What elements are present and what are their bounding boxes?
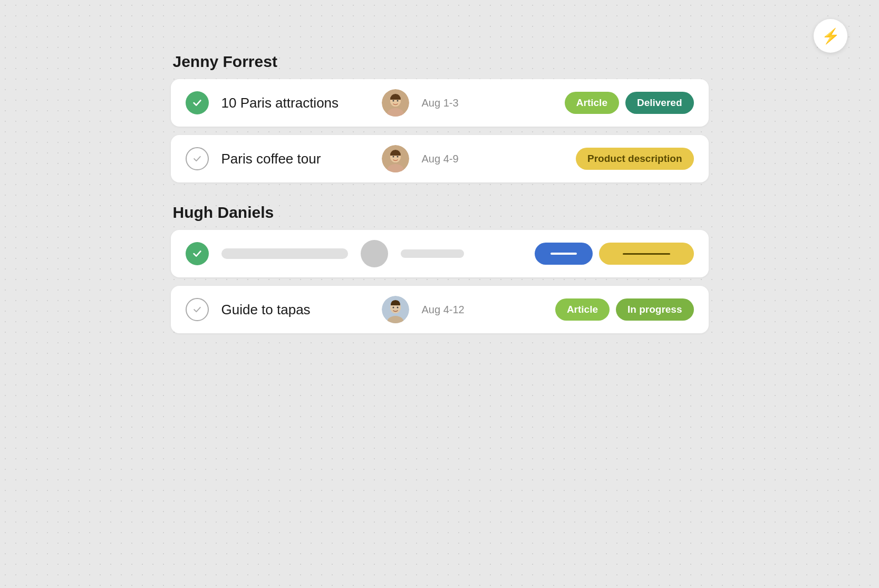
task-title-paris-coffee: Paris coffee tour bbox=[221, 151, 369, 167]
badges-hugh-placeholder bbox=[535, 243, 694, 265]
badge-article-2: Article bbox=[555, 298, 610, 321]
svg-point-16 bbox=[392, 307, 394, 309]
date-paris-attractions: Aug 1-3 bbox=[422, 97, 480, 109]
avatar-jenny-1 bbox=[382, 89, 409, 117]
badges-guide-tapas: Article In progress bbox=[555, 298, 694, 321]
task-title-guide-tapas: Guide to tapas bbox=[221, 302, 369, 318]
svg-point-4 bbox=[392, 100, 394, 102]
check-icon-filled-1 bbox=[186, 91, 209, 114]
svg-point-11 bbox=[397, 156, 398, 158]
lightning-button[interactable]: ⚡ bbox=[814, 19, 847, 53]
svg-point-17 bbox=[397, 307, 398, 309]
check-icon-filled-2 bbox=[186, 242, 209, 265]
avatar-hugh bbox=[382, 296, 409, 323]
check-icon-outline-2 bbox=[186, 298, 209, 321]
date-placeholder bbox=[401, 249, 464, 258]
badge-yellow-placeholder bbox=[599, 243, 694, 265]
svg-point-5 bbox=[397, 100, 398, 102]
task-card-guide-tapas[interactable]: Guide to tapas Aug 4-12 Article In progr… bbox=[171, 286, 709, 333]
section-title-hugh: Hugh Daniels bbox=[171, 204, 709, 221]
badge-product-desc-1: Product description bbox=[576, 148, 693, 170]
date-guide-tapas: Aug 4-12 bbox=[422, 304, 480, 316]
avatar-placeholder bbox=[361, 240, 388, 267]
section-jenny-forrest: Jenny Forrest 10 Paris attractions bbox=[171, 53, 709, 182]
main-container: Jenny Forrest 10 Paris attractions bbox=[150, 0, 730, 375]
task-card-paris-attractions[interactable]: 10 Paris attractions Aug 1-3 Article Del… bbox=[171, 79, 709, 127]
task-title-paris-attractions: 10 Paris attractions bbox=[221, 95, 369, 111]
task-card-hugh-placeholder[interactable] bbox=[171, 230, 709, 277]
badges-paris-attractions: Article Delivered bbox=[565, 92, 694, 114]
svg-point-10 bbox=[392, 156, 394, 158]
task-title-placeholder bbox=[221, 248, 348, 259]
section-title-jenny: Jenny Forrest bbox=[171, 53, 709, 71]
avatar-jenny-2 bbox=[382, 145, 409, 172]
badge-blue-placeholder bbox=[535, 243, 593, 265]
badge-blue-line bbox=[550, 253, 577, 255]
badges-paris-coffee: Product description bbox=[576, 148, 693, 170]
lightning-icon: ⚡ bbox=[822, 27, 840, 45]
task-card-paris-coffee[interactable]: Paris coffee tour Aug 4-9 Product descri… bbox=[171, 135, 709, 182]
badge-article-1: Article bbox=[565, 92, 619, 114]
badge-in-progress-1: In progress bbox=[616, 298, 693, 321]
badge-delivered-1: Delivered bbox=[625, 92, 694, 114]
date-paris-coffee: Aug 4-9 bbox=[422, 153, 480, 165]
check-icon-outline-1 bbox=[186, 147, 209, 170]
badge-yellow-line bbox=[623, 253, 670, 255]
section-hugh-daniels: Hugh Daniels bbox=[171, 204, 709, 333]
